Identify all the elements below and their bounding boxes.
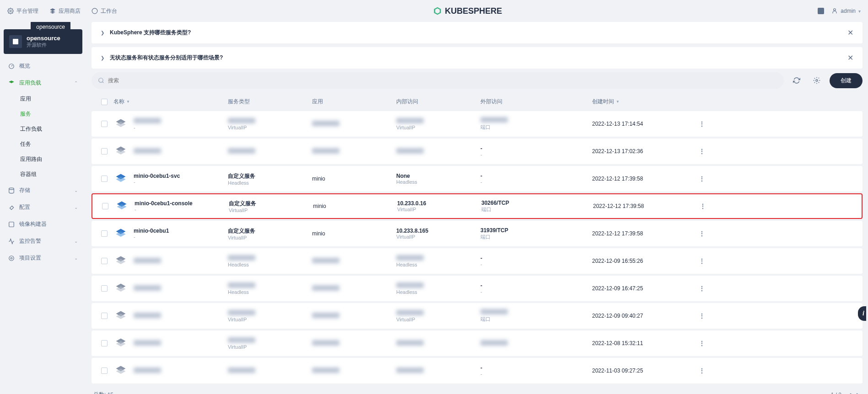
project-selector[interactable]: opensource opensource 开源软件 (4, 29, 82, 54)
row-internal-sub: Headless (396, 179, 480, 185)
table-row[interactable]: VirtualIP VirtualIP 端口 2022-12-09 09:40:… (92, 303, 863, 329)
row-name-sub: - (134, 125, 161, 130)
workspace[interactable]: 工作台 (92, 7, 117, 15)
nav-services[interactable]: 服务 (16, 106, 82, 122)
services-table: 名称▼ 服务类型 应用 内部访问 外部访问 创建时间▼ - VirtualIP (92, 92, 863, 383)
row-actions-button[interactable]: ⋮ (699, 313, 705, 319)
row-internal-sub: Headless (396, 289, 480, 295)
row-checkbox[interactable] (101, 340, 108, 346)
row-actions-button[interactable]: ⋮ (699, 367, 705, 374)
row-actions-button[interactable]: ⋮ (700, 203, 706, 209)
table-row[interactable]: VirtualIP 2022-12-08 15:32:11 ⋮ (92, 330, 863, 356)
row-internal (396, 148, 480, 155)
row-actions-button[interactable]: ⋮ (699, 230, 705, 237)
row-actions-button[interactable]: ⋮ (699, 148, 705, 154)
create-button[interactable]: 创建 (830, 73, 863, 88)
header-external: 外部访问 (480, 98, 592, 106)
row-checkbox[interactable] (101, 285, 108, 292)
nav-project-settings[interactable]: 项目设置 ⌄ (4, 250, 82, 266)
nav-jobs[interactable]: 任务 (16, 137, 82, 152)
table-row[interactable]: - VirtualIP VirtualIP 端口 2022-12-13 17:1… (92, 111, 863, 137)
row-name (134, 285, 161, 292)
project-info: opensource 开源软件 (27, 35, 60, 48)
dashboard-icon (92, 8, 98, 14)
help-fab[interactable]: i (858, 306, 866, 321)
row-internal (396, 367, 480, 374)
prev-page-button[interactable]: ◀ (847, 392, 851, 394)
wrench-icon (8, 204, 15, 211)
row-name-sub: - (134, 179, 180, 185)
faq-item-1[interactable]: ❯ KubeSphere 支持哪些服务类型? ✕ (92, 22, 863, 43)
settings-button[interactable] (809, 73, 824, 88)
faq-item-2[interactable]: ❯ 无状态服务和有状态服务分别适用于哪些场景? ✕ (92, 47, 863, 69)
nav-storage[interactable]: 存储 ⌄ (4, 182, 82, 199)
row-actions-button[interactable]: ⋮ (699, 258, 705, 264)
row-checkbox[interactable] (101, 258, 108, 264)
table-row[interactable]: minio-0cebu1-console - 自定义服务 VirtualIP m… (92, 193, 863, 219)
chevron-right-icon: ❯ (101, 30, 104, 35)
svg-point-1 (92, 8, 97, 14)
row-actions-button[interactable]: ⋮ (699, 285, 705, 292)
row-actions-button[interactable]: ⋮ (699, 176, 705, 182)
nav-pods[interactable]: 容器组 (16, 167, 82, 182)
notification-icon[interactable] (818, 8, 824, 14)
table-row[interactable]: Headless Headless - - 2022-12-09 16:47:2… (92, 276, 863, 301)
row-checkbox[interactable] (101, 313, 108, 319)
row-checkbox[interactable] (101, 367, 108, 374)
header-name[interactable]: 名称▼ (113, 98, 228, 106)
row-type (228, 310, 312, 317)
row-external-sub: 端口 (480, 234, 592, 240)
search-input[interactable] (108, 77, 777, 84)
row-type-sub: Headless (228, 289, 312, 295)
gear-icon (7, 8, 14, 14)
nav-config[interactable]: 配置 ⌄ (4, 199, 82, 216)
header-created[interactable]: 创建时间▼ (592, 98, 693, 106)
close-icon[interactable]: ✕ (847, 28, 853, 37)
row-checkbox[interactable] (101, 148, 108, 154)
gear-icon (813, 77, 820, 84)
table-row[interactable]: Headless Headless - - 2022-12-09 16:55:2… (92, 248, 863, 274)
table-row[interactable]: minio-0cebu1-svc - 自定义服务 Headless minio … (92, 166, 863, 192)
brand[interactable]: KUBESPHERE (433, 6, 502, 16)
select-all-checkbox[interactable] (101, 99, 108, 105)
nav-apps[interactable]: 应用 (16, 91, 82, 106)
close-icon[interactable]: ✕ (847, 53, 853, 62)
refresh-button[interactable] (789, 73, 804, 88)
nav-overview[interactable]: 概览 (4, 58, 82, 75)
project-desc: 开源软件 (27, 42, 60, 48)
nav-workloads[interactable]: 应用负载 ⌃ (4, 75, 82, 91)
next-page-button[interactable]: ▶ (857, 392, 861, 394)
row-actions-button[interactable]: ⋮ (699, 340, 705, 346)
chevron-down-icon: ▾ (858, 9, 861, 14)
row-external: - (480, 173, 592, 179)
row-app: minio (312, 176, 396, 182)
row-checkbox[interactable] (101, 230, 108, 237)
row-type-sub: Headless (228, 180, 312, 186)
search-box[interactable] (92, 72, 784, 89)
row-external: 30266/TCP (481, 200, 593, 206)
table-row[interactable]: - - 2022-12-13 17:02:36 ⋮ (92, 138, 863, 164)
row-internal (396, 118, 480, 125)
user-menu[interactable]: admin ▾ (831, 8, 861, 14)
row-checkbox[interactable] (102, 203, 108, 209)
table-row[interactable]: minio-0cebu1 - 自定义服务 VirtualIP minio 10.… (92, 221, 863, 246)
row-external (480, 309, 592, 316)
row-actions-button[interactable]: ⋮ (699, 121, 705, 127)
app-store[interactable]: 应用商店 (49, 7, 81, 15)
row-app (312, 285, 396, 292)
row-internal-sub: VirtualIP (396, 317, 480, 322)
row-checkbox[interactable] (101, 176, 108, 182)
row-checkbox[interactable] (101, 121, 108, 127)
platform-management[interactable]: 平台管理 (7, 7, 38, 15)
nav-routes[interactable]: 应用路由 (16, 152, 82, 167)
row-internal-sub: Headless (396, 262, 480, 267)
nav-image-builder[interactable]: 镜像构建器 (4, 216, 82, 233)
table-row[interactable]: - - 2022-11-03 09:27:25 ⋮ (92, 358, 863, 383)
row-type: 自定义服务 (229, 200, 313, 208)
service-icon (113, 363, 128, 378)
row-type (228, 118, 312, 125)
row-app (312, 148, 396, 155)
toolbar: 创建 (92, 72, 863, 89)
nav-monitoring[interactable]: 监控告警 ⌄ (4, 233, 82, 250)
nav-workloads-item[interactable]: 工作负载 (16, 122, 82, 137)
